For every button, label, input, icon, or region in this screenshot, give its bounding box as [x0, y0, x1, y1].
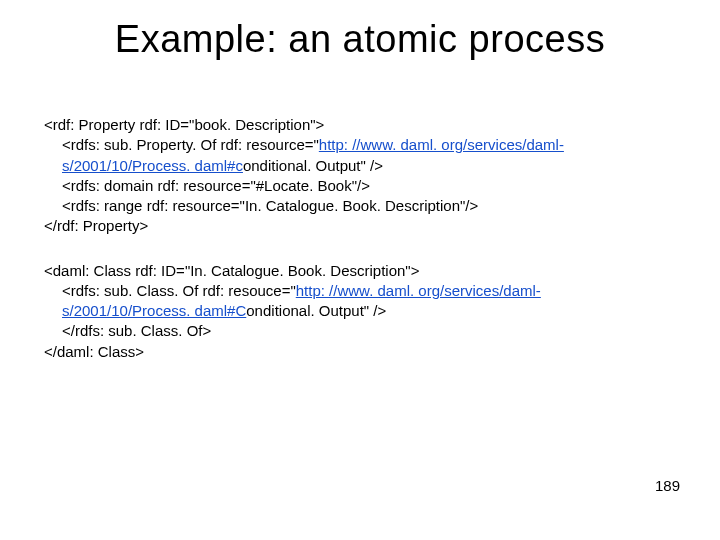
slide: Example: an atomic process <rdf: Propert…	[0, 0, 720, 540]
slide-body: <rdf: Property rdf: ID="book. Descriptio…	[44, 115, 660, 386]
code-line: <daml: Class rdf: ID="In. Catalogue. Boo…	[44, 261, 660, 281]
code-block-1: <rdf: Property rdf: ID="book. Descriptio…	[44, 115, 660, 237]
code-line: <rdfs: sub. Class. Of rdf: resouce="http…	[44, 281, 660, 322]
code-text: onditional. Output" />	[243, 157, 383, 174]
code-line: <rdfs: domain rdf: resource="#Locate. Bo…	[44, 176, 660, 196]
code-text: <rdfs: sub. Class. Of rdf: resouce="	[62, 282, 296, 299]
code-text: onditional. Output" />	[246, 302, 386, 319]
code-line: </rdfs: sub. Class. Of>	[44, 321, 660, 341]
code-line: <rdfs: range rdf: resource="In. Catalogu…	[44, 196, 660, 216]
slide-title: Example: an atomic process	[0, 18, 720, 61]
code-block-2: <daml: Class rdf: ID="In. Catalogue. Boo…	[44, 261, 660, 362]
code-line: </rdf: Property>	[44, 216, 660, 236]
code-text: <rdfs: sub. Property. Of rdf: resource="	[62, 136, 319, 153]
page-number: 189	[655, 477, 680, 494]
code-line: <rdf: Property rdf: ID="book. Descriptio…	[44, 115, 660, 135]
code-line: </daml: Class>	[44, 342, 660, 362]
code-line: <rdfs: sub. Property. Of rdf: resource="…	[44, 135, 660, 176]
